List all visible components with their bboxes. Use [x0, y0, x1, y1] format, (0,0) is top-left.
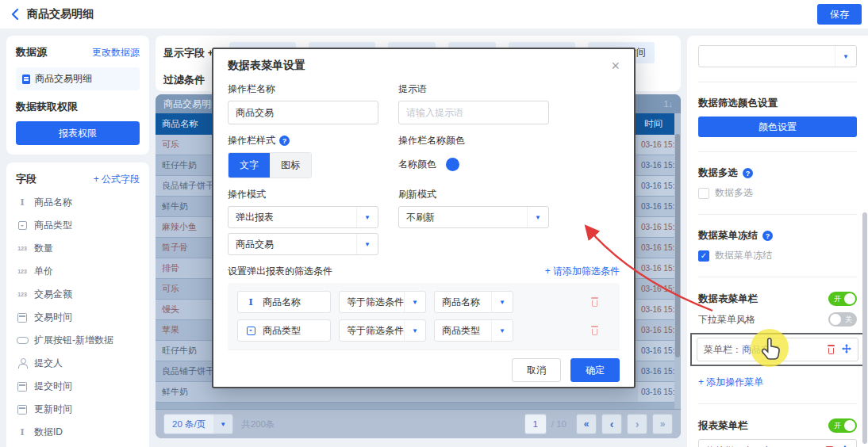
table-row[interactable]: 良品铺子饼干 [156, 176, 213, 197]
condition-value-select[interactable]: 商品名称 [434, 291, 513, 313]
refresh-select[interactable]: 不刷新 [398, 206, 549, 228]
field-type-icon [16, 197, 29, 208]
add-filter-link[interactable]: + 请添加筛选条件 [545, 265, 620, 278]
condition-field[interactable]: 商品类型 [237, 319, 331, 342]
back-icon[interactable] [11, 8, 19, 21]
total-pages: / 10 [551, 419, 567, 429]
help-icon[interactable]: ? [743, 168, 753, 178]
table-row[interactable]: 旺仔牛奶 [156, 155, 213, 176]
condition-value-select[interactable]: 商品类型 [434, 319, 513, 342]
field-item[interactable]: 数据ID [16, 421, 140, 444]
table-row[interactable]: 排骨 [156, 258, 213, 279]
checkbox-unchecked[interactable] [698, 188, 709, 199]
refresh-label: 刷新模式 [398, 188, 620, 201]
condition-operator-select[interactable]: 等于筛选条件 [339, 291, 426, 313]
left-sidebar: 数据源 更改数据源 商品交易明细 数据获取权限 报表权限 字段 + 公式字段 商… [6, 36, 149, 447]
field-item[interactable]: 数量 [16, 237, 140, 260]
field-item[interactable]: 交易时间 [16, 306, 140, 329]
field-type-icon [244, 296, 257, 308]
column-header-product[interactable]: 商品名称 [156, 113, 213, 135]
page-scrollbar[interactable] [862, 212, 867, 444]
last-page-button[interactable] [652, 414, 673, 434]
multi-select-label: 数据多选 [715, 186, 753, 200]
checkbox-checked[interactable] [698, 250, 709, 262]
display-fields-label: 显示字段 + [163, 46, 213, 60]
formula-field-link[interactable]: + 公式字段 [94, 173, 140, 186]
chevron-down-icon [491, 320, 513, 341]
table-row[interactable]: 筒子骨 [156, 238, 213, 258]
menu-freeze-checkbox-row[interactable]: 数据菜单冻结 [698, 249, 857, 262]
filter-conditions-title: 设置弹出报表的筛选条件 [228, 265, 332, 278]
color-settings-button[interactable]: 颜色设置 [698, 117, 857, 137]
multi-select-checkbox-row[interactable]: 数据多选 [698, 186, 857, 200]
trash-icon[interactable] [590, 326, 599, 335]
table-row-time: 03-16 15: [638, 258, 674, 279]
trash-icon[interactable] [827, 345, 835, 354]
name-label: 操作栏名称 [228, 82, 398, 96]
table-row[interactable]: 良品铺子饼干 [156, 361, 213, 382]
first-page-button[interactable] [576, 414, 597, 434]
field-item[interactable]: 提交时间 [16, 375, 140, 398]
field-item[interactable]: 商品名称 [16, 191, 140, 214]
sort-indicator-icon[interactable]: 1↓ [663, 99, 673, 109]
table-row[interactable]: 旺仔牛奶 [156, 341, 213, 361]
confirm-button[interactable]: 确定 [570, 358, 620, 382]
help-icon[interactable]: ? [279, 136, 290, 146]
field-type-icon [16, 381, 29, 392]
menu-bar-item[interactable]: 菜单栏：商品交易 [697, 338, 858, 361]
report-select[interactable]: 商品交易 [228, 233, 378, 255]
field-item[interactable]: 扩展按钮-新增数据 [16, 329, 140, 352]
color-name-label: 名称颜色 [398, 158, 436, 171]
action-name-input[interactable] [228, 101, 378, 124]
field-item[interactable]: 更新时间 [16, 398, 140, 421]
field-item[interactable]: 提交人 [16, 352, 140, 375]
prev-page-button[interactable] [601, 414, 622, 434]
datasource-item[interactable]: 商品交易明细 [16, 67, 140, 90]
field-item[interactable]: 交易金额 [16, 283, 140, 306]
column-header-time[interactable]: 时间 [638, 113, 674, 135]
top-select[interactable] [698, 45, 857, 67]
next-page-button[interactable] [627, 414, 647, 434]
table-row[interactable]: 可乐 [156, 279, 213, 300]
table-row[interactable]: 麻辣小鱼 [156, 217, 213, 238]
condition-operator-select[interactable]: 等于筛选条件 [339, 319, 426, 342]
fields-title: 字段 [16, 172, 36, 186]
table-row[interactable]: 可乐 [156, 135, 213, 155]
dropdown-style-toggle-off[interactable]: 关 [828, 312, 857, 327]
table-row[interactable]: 鲜牛奶 [156, 382, 213, 403]
help-icon[interactable]: ? [762, 231, 773, 241]
close-icon[interactable] [611, 59, 620, 73]
report-menu-toggle-on[interactable]: 开 [828, 418, 857, 433]
page-size-select[interactable]: 20 条/页 [163, 414, 233, 434]
table-menu-toggle-on[interactable]: 开 [828, 292, 857, 306]
condition-field[interactable]: 商品名称 [237, 291, 331, 313]
trash-icon[interactable] [590, 297, 599, 307]
right-settings-panel: 数据筛选颜色设置 颜色设置 数据多选 ? 数据多选 数据菜单冻结 ? 数据菜单冻… [687, 36, 868, 447]
table-row-time: 03-16 15: [638, 300, 674, 320]
table-scrollbar[interactable] [674, 113, 681, 409]
style-text-option[interactable]: 文字 [229, 153, 270, 178]
table-row-time: 03-16 15: [638, 217, 674, 238]
field-item[interactable]: 单价 [16, 260, 140, 283]
tip-input[interactable] [398, 101, 549, 124]
report-menu-bar-item[interactable]: 菜单栏：商品交易 [698, 439, 857, 447]
move-icon[interactable] [842, 344, 851, 356]
mode-select[interactable]: 弹出报表 [228, 206, 378, 228]
color-swatch[interactable] [446, 158, 459, 171]
field-item[interactable]: 商品类型 [16, 214, 140, 237]
table-row[interactable]: 苹果 [156, 320, 213, 341]
style-icon-option[interactable]: 图标 [270, 153, 311, 178]
cancel-button[interactable]: 取消 [512, 358, 561, 382]
chevron-down-icon [835, 46, 856, 67]
table-row[interactable]: 鲜牛奶 [156, 197, 213, 217]
table-row[interactable]: 馒头 [156, 300, 213, 320]
dialog-title: 数据表菜单设置 [228, 59, 305, 73]
filter-condition-row: 商品类型 等于筛选条件 商品类型 [237, 319, 610, 342]
field-list: 商品名称 商品类型 数量 单价 交易金额 交易时间 [16, 191, 140, 444]
add-action-menu-link[interactable]: + 添加操作菜单 [698, 376, 857, 389]
save-button[interactable]: 保存 [817, 4, 862, 25]
page-size-value: 20 条/页 [164, 415, 213, 434]
change-datasource-link[interactable]: 更改数据源 [92, 46, 140, 59]
report-permission-button[interactable]: 报表权限 [16, 121, 140, 145]
current-page-input[interactable]: 1 [524, 414, 547, 434]
